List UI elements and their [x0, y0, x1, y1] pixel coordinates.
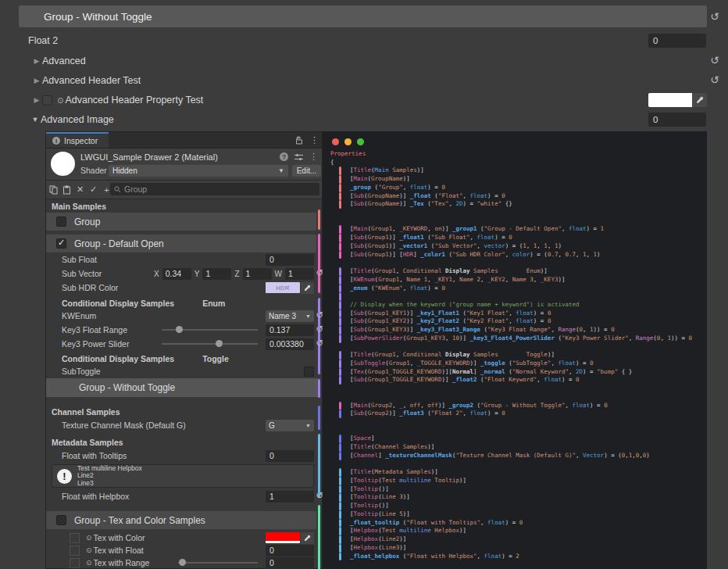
kwenum-dropdown[interactable]: Name 3 ▼ [266, 310, 314, 322]
tab-inspector[interactable]: i Inspector [46, 132, 109, 148]
vector-y-field[interactable]: 1 [202, 268, 231, 280]
code-token: "Key3 Power Slider" [562, 335, 629, 342]
kebab-menu-icon[interactable]: ⋮ [309, 152, 318, 162]
code-token: Group1 [378, 276, 399, 283]
window-controls [332, 138, 364, 145]
tex-with-float-field[interactable]: 0 [266, 545, 314, 556]
code-token: ( [424, 200, 431, 207]
copy-icon[interactable] [49, 185, 58, 195]
code-token: Channel [354, 452, 379, 459]
code-token: Title [354, 351, 372, 358]
code-token: )] [558, 276, 565, 283]
key3-float-range-slider[interactable] [162, 329, 258, 331]
revert-icon[interactable]: ↻ [708, 10, 721, 23]
key3-power-slider[interactable] [162, 343, 258, 345]
group-checkbox[interactable] [56, 217, 66, 227]
tex-with-range-field[interactable]: 0 [266, 557, 314, 569]
paste-icon[interactable] [62, 185, 71, 195]
checkmark-icon[interactable]: ✓ [89, 184, 98, 195]
close-window-icon[interactable] [332, 138, 339, 145]
eyedropper-button[interactable] [692, 93, 707, 107]
color-swatch-red[interactable] [266, 532, 300, 543]
code-token: , [396, 267, 403, 274]
foldout-arrow-icon[interactable]: ▶ [31, 77, 42, 84]
revert-icon[interactable]: ↻ [708, 73, 721, 86]
key3-float-range-row: Key3 Float Range 0.137 ↻ [46, 323, 322, 337]
shader-label: Shader [80, 166, 107, 175]
tex-with-range-slider[interactable] [178, 562, 258, 564]
collapse-icon[interactable]: ✕ [76, 184, 84, 195]
float-with-helpbox-label: Float with Helpbox [62, 492, 266, 501]
hdr-color-swatch[interactable]: HDR [266, 282, 300, 293]
float-with-helpbox-field[interactable]: 1 [266, 491, 314, 503]
key3-float-range-field[interactable]: 0.137 [266, 324, 314, 336]
color-swatch-white[interactable] [648, 93, 692, 107]
code-token: ) = [576, 360, 590, 367]
helpbox-line2: Line2 [77, 471, 94, 479]
float2-field[interactable]: 0 [648, 34, 706, 48]
presets-icon[interactable] [294, 153, 303, 161]
group-without-toggle-header[interactable]: Group - Without Toggle [46, 378, 319, 397]
vector-z-field[interactable]: 1 [243, 268, 272, 280]
slider-thumb[interactable] [179, 559, 186, 566]
group-checkbox[interactable] [56, 515, 66, 525]
code-line: [Tex(Group1_TOGGLE_KEYWORD)][Normal] _no… [323, 368, 707, 377]
advanced-header-test-foldout[interactable]: ▶ Advanced Header Test [0, 73, 728, 88]
code-block-bar [339, 251, 341, 259]
code-block-bar [339, 292, 341, 301]
material-header: LWGUI_Sample Drawer 2 (Material) ? ⋮ Sha… [46, 149, 322, 181]
key3-power-slider-field[interactable]: 0.003380 [266, 338, 314, 350]
code-line: [Sub(Group2)] _float3 ("Float 2", float)… [323, 410, 707, 418]
minimize-window-icon[interactable] [344, 138, 352, 145]
advanced-image-field[interactable]: 0 [648, 113, 706, 127]
texture-thumbnail[interactable] [70, 546, 80, 556]
advanced-foldout[interactable]: ▶ Advanced [0, 54, 728, 68]
code-token: float [572, 402, 590, 409]
eyedropper-button[interactable] [301, 282, 314, 294]
sub-float-field[interactable]: 0 [266, 254, 314, 266]
texture-thumbnail[interactable] [70, 533, 80, 543]
search-field[interactable]: Group [110, 183, 319, 195]
code-token: _float2 [452, 376, 477, 383]
channel-dropdown[interactable]: G ▼ [266, 420, 314, 431]
revert-icon[interactable]: ↻ [708, 54, 721, 66]
group-without-toggle-header[interactable]: Group - Without Toggle [19, 5, 707, 27]
group-default-open-header[interactable]: Group - Default Open [46, 234, 316, 252]
code-line: { [323, 159, 707, 167]
conditional-label: Conditional Display Samples [62, 354, 174, 363]
property-checkbox[interactable] [42, 95, 52, 106]
screen: Group - Without Toggle ↻ Float 2 0 ▶ Adv… [0, 0, 728, 569]
foldout-arrow-icon[interactable]: ▶ [31, 96, 42, 104]
code-token: )] [403, 493, 410, 500]
float-with-tooltips-field[interactable]: 0 [266, 450, 314, 462]
advanced-image-foldout[interactable]: ▼ Advanced Image [0, 113, 728, 127]
foldout-arrow-icon[interactable]: ▶ [31, 57, 42, 65]
code-token: KWEnum [354, 276, 375, 283]
shader-edit-button[interactable]: Edit... [292, 165, 321, 177]
lock-icon[interactable] [295, 136, 303, 145]
code-token: "Sub HDR Color" [452, 251, 505, 258]
vector-x-field[interactable]: 0.34 [162, 268, 191, 280]
group-header[interactable]: Group [46, 213, 316, 231]
code-token: 0 [509, 234, 512, 241]
code-block-bar [339, 234, 341, 242]
help-icon[interactable]: ? [280, 152, 288, 161]
shader-dropdown[interactable]: Hidden ▼ [109, 165, 288, 177]
code-token: Group1_KEY2 [368, 317, 407, 324]
group-tex-color-header[interactable]: Group - Tex and Color Samples [46, 511, 316, 529]
material-preview-sphere[interactable] [51, 152, 75, 176]
advanced-header-property-test-row[interactable]: ▶ ⊙ Advanced Header Property Test [0, 93, 728, 107]
slider-thumb[interactable] [176, 326, 183, 333]
maximize-window-icon[interactable] [357, 138, 364, 145]
kebab-menu-icon[interactable]: ⋮ [310, 135, 319, 145]
float2-row: Float 2 [0, 34, 728, 48]
slider-thumb[interactable] [216, 340, 223, 347]
foldout-arrow-open-icon[interactable]: ▼ [30, 116, 41, 123]
subtoggle-checkbox[interactable] [304, 367, 314, 377]
group-checkbox-checked[interactable] [56, 238, 66, 249]
vector-w-field[interactable]: 1 [285, 268, 314, 280]
texture-thumbnail[interactable] [70, 558, 80, 568]
info-icon: i [52, 137, 60, 145]
eyedropper-button[interactable] [301, 532, 314, 544]
code-lines[interactable]: Properties{[Title(Main Samples)][Main(Gr… [323, 150, 707, 560]
